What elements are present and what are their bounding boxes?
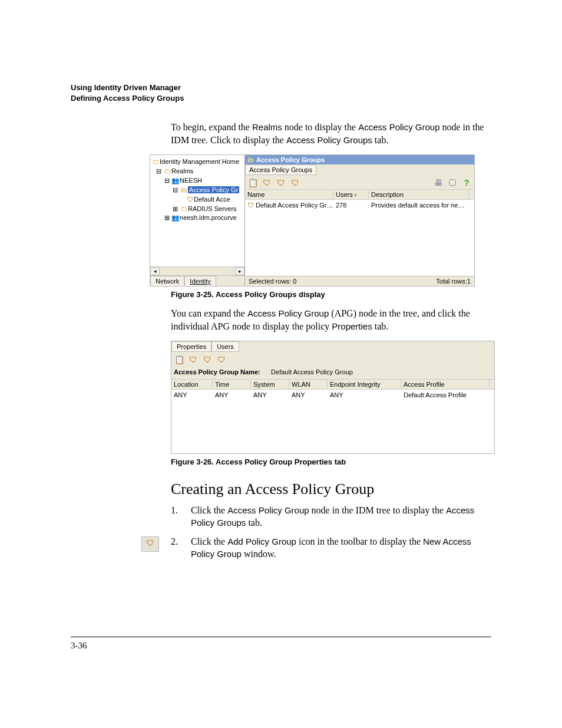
section-heading: Creating an Access Policy Group	[171, 480, 491, 498]
status-total: Total rows:1	[436, 278, 471, 285]
properties-toolbar: 📋 🛡 🛡 🛡	[171, 352, 494, 367]
tree-body[interactable]: 🗀Identity Management Home ⊟ 🗀Realms ⊟ 👥N…	[150, 155, 244, 266]
users-icon: 👥	[171, 176, 180, 185]
step-1-text: Click the Access Policy Group node in th…	[191, 504, 491, 529]
running-header: Using Identity Driven Manager Defining A…	[71, 83, 491, 103]
subtab-apg[interactable]: Access Policy Groups	[245, 164, 316, 175]
print-icon[interactable]: 🖶	[433, 177, 444, 188]
folder-open-icon: 🗁	[180, 186, 188, 195]
policy-icon: 🛡	[247, 202, 254, 209]
steps-list: 1. Click the Access Policy Group node in…	[171, 504, 491, 559]
step-1: 1. Click the Access Policy Group node in…	[171, 504, 491, 529]
col-endpoint[interactable]: Endpoint Integrity	[328, 380, 401, 389]
step-2: 🛡 2. Click the Add Policy Group icon in …	[171, 535, 491, 560]
policy-icon: 🛡	[186, 195, 194, 204]
right-title: Access Policy Groups	[256, 156, 325, 163]
delete-policy-icon[interactable]: 🛡	[290, 177, 300, 188]
header-line-1: Using Identity Driven Manager	[71, 83, 491, 93]
col-description[interactable]: Description	[369, 190, 469, 199]
tab-identity[interactable]: Identity	[184, 276, 216, 286]
right-subtabs: Access Policy Groups	[245, 164, 474, 175]
add-policy-group-icon: 🛡	[141, 536, 159, 552]
grid-row[interactable]: ANY ANY ANY ANY ANY Default Access Profi…	[171, 390, 494, 400]
cell-endpoint: ANY	[328, 390, 401, 400]
header-line-2: Defining Access Policy Groups	[71, 93, 491, 104]
scroll-right-icon[interactable]: ▸	[235, 267, 244, 275]
folder-open-icon: 🗁	[247, 156, 254, 163]
delete-policy-icon[interactable]: 🛡	[216, 354, 227, 365]
refresh-policy-icon[interactable]: 📋	[174, 354, 184, 365]
table-header: Name Users Description	[245, 190, 474, 200]
step-2-number: 2.	[171, 535, 191, 560]
add-policy-icon[interactable]: 🛡	[188, 354, 199, 365]
folder-icon: 🗀	[163, 167, 171, 176]
col-name[interactable]: Name	[245, 190, 333, 199]
page-number: 3-36	[71, 641, 562, 651]
cell-time: ANY	[213, 390, 251, 400]
cell-location: ANY	[171, 390, 213, 400]
mid-paragraph: You can expand the Access Policy Group (…	[171, 307, 491, 332]
right-toolbar: 📋 🛡 🛡 🛡 🖶 🖵 ?	[245, 175, 474, 190]
apg-table: Name Users Description 🛡 Default Access …	[245, 190, 474, 276]
tree-pane: 🗀Identity Management Home ⊟ 🗀Realms ⊟ 👥N…	[150, 155, 245, 286]
col-profile[interactable]: Access Profile	[401, 380, 490, 389]
folder-icon: 🗀	[180, 205, 188, 213]
rules-grid: Location Time System WLAN Endpoint Integ…	[171, 379, 494, 453]
device-icon[interactable]: 🖵	[447, 177, 458, 188]
status-selected: Selected rows: 0	[249, 278, 296, 285]
folder-icon: 🗀	[151, 157, 160, 166]
tree-apg-node[interactable]: ⊟ 🗁Access Policy Gr	[151, 186, 243, 195]
intro-paragraph: To begin, expand the Realms node to disp…	[171, 121, 491, 146]
cell-profile: Default Access Profile	[401, 390, 490, 400]
cell-wlan: ANY	[289, 390, 328, 400]
tree-root[interactable]: 🗀Identity Management Home	[151, 157, 243, 167]
figure-3-25-caption: Figure 3-25. Access Policy Groups displa…	[171, 290, 491, 299]
tree-default-acc[interactable]: 🛡Default Acce	[151, 195, 243, 205]
cell-description: Provides default access for ne…	[369, 200, 469, 210]
col-users[interactable]: Users	[333, 190, 369, 199]
col-time[interactable]: Time	[213, 380, 251, 389]
help-icon[interactable]: ?	[461, 177, 472, 188]
status-bar: Selected rows: 0 Total rows:1	[245, 276, 474, 286]
tree-horizontal-scrollbar[interactable]: ◂ ▸	[150, 266, 244, 275]
tree-realm-neesh[interactable]: ⊟ 👥NEESH	[151, 176, 243, 186]
apg-name-value: Default Access Policy Group	[271, 368, 353, 375]
step-1-number: 1.	[171, 504, 191, 529]
properties-tabs: Properties Users	[171, 341, 494, 352]
footer-rule	[71, 637, 491, 637]
cell-users: 278	[333, 200, 369, 210]
tab-network[interactable]: Network	[150, 276, 184, 286]
figure-3-25: 🗀Identity Management Home ⊟ 🗀Realms ⊟ 👥N…	[150, 154, 475, 286]
right-pane: 🗁 Access Policy Groups Access Policy Gro…	[245, 155, 474, 286]
tree-realms[interactable]: ⊟ 🗀Realms	[151, 167, 243, 176]
right-title-bar: 🗁 Access Policy Groups	[245, 155, 474, 164]
grid-header: Location Time System WLAN Endpoint Integ…	[171, 379, 494, 390]
add-policy-icon[interactable]: 🛡	[262, 177, 272, 188]
cell-system: ANY	[251, 390, 289, 400]
scroll-left-icon[interactable]: ◂	[150, 267, 160, 275]
table-row[interactable]: 🛡 Default Access Policy Gr… 278 Provides…	[245, 200, 474, 210]
edit-policy-icon[interactable]: 🛡	[276, 177, 286, 188]
edit-policy-icon[interactable]: 🛡	[202, 354, 213, 365]
apg-name-label: Access Policy Group Name:	[174, 368, 260, 375]
figure-3-26-caption: Figure 3-26. Access Policy Group Propert…	[171, 457, 491, 466]
tree-bottom-tabs: Network Identity	[150, 275, 244, 286]
tab-users[interactable]: Users	[211, 341, 239, 352]
step-2-text: Click the Add Policy Group icon in the t…	[191, 535, 491, 560]
cell-name: 🛡 Default Access Policy Gr…	[245, 200, 333, 210]
tree-domain[interactable]: ⊞ 👥neesh.idm.procurve	[151, 213, 243, 223]
tree-radius[interactable]: ⊞ 🗀RADIUS Servers	[151, 205, 243, 214]
figure-3-26: Properties Users 📋 🛡 🛡 🛡 Access Policy G…	[171, 341, 495, 454]
col-system[interactable]: System	[251, 380, 289, 389]
tab-properties[interactable]: Properties	[171, 341, 211, 352]
apg-name-line: Access Policy Group Name: Default Access…	[171, 367, 494, 379]
users-icon: 👥	[171, 213, 180, 222]
refresh-policy-icon[interactable]: 📋	[247, 177, 258, 188]
col-location[interactable]: Location	[171, 380, 213, 389]
col-wlan[interactable]: WLAN	[289, 380, 328, 389]
